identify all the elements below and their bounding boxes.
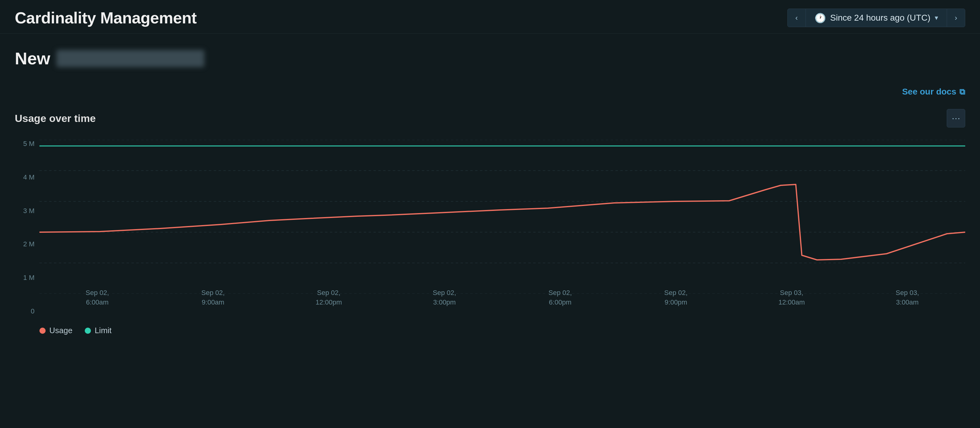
legend-usage-label: Usage <box>49 326 72 335</box>
legend-usage-dot <box>40 328 46 334</box>
clock-icon: 🕐 <box>815 13 826 24</box>
blurred-text <box>56 50 204 67</box>
y-label-4m: 4 M <box>15 173 40 181</box>
docs-link-row: See our docs ⧉ <box>15 87 965 97</box>
x-label-6: Sep 03, 12:00am <box>734 288 850 307</box>
header-controls: ‹ 🕐 Since 24 hours ago (UTC) ▾ › <box>788 9 965 27</box>
x-label-1: Sep 02, 9:00am <box>155 288 271 307</box>
legend-usage: Usage <box>40 326 72 335</box>
chart-legend: Usage Limit <box>15 326 965 335</box>
y-label-3m: 3 M <box>15 207 40 215</box>
docs-link-label: See our docs <box>902 87 956 97</box>
chart-section: Usage over time ⋯ 5 M 4 M 3 M 2 M 1 M 0 <box>15 109 965 335</box>
main-content: New See our docs ⧉ Usage over time ⋯ 5 M… <box>0 33 980 348</box>
see-docs-link[interactable]: See our docs ⧉ <box>902 87 965 97</box>
chart-plot-area <box>40 140 965 294</box>
x-label-7: Sep 03, 3:00am <box>850 288 966 307</box>
legend-limit: Limit <box>85 326 111 335</box>
new-label: New <box>15 48 50 68</box>
nav-next-button[interactable]: › <box>947 9 965 27</box>
new-badge-row: New <box>15 48 965 68</box>
chart-menu-button[interactable]: ⋯ <box>947 109 965 127</box>
y-label-0: 0 <box>15 307 40 315</box>
chart-container: 5 M 4 M 3 M 2 M 1 M 0 <box>15 140 965 319</box>
time-label: Since 24 hours ago (UTC) <box>830 13 931 23</box>
chevron-down-icon: ▾ <box>935 14 938 22</box>
nav-prev-button[interactable]: ‹ <box>788 9 806 27</box>
time-selector[interactable]: 🕐 Since 24 hours ago (UTC) ▾ <box>806 9 947 27</box>
page-title: Cardinality Management <box>15 9 197 27</box>
legend-limit-dot <box>85 328 91 334</box>
chart-x-axis: Sep 02, 6:00am Sep 02, 9:00am Sep 02, 12… <box>40 285 965 303</box>
chart-title: Usage over time <box>15 113 96 124</box>
chart-y-axis: 5 M 4 M 3 M 2 M 1 M 0 <box>15 140 40 319</box>
x-label-0: Sep 02, 6:00am <box>40 288 155 307</box>
chart-svg <box>40 140 965 294</box>
y-label-2m: 2 M <box>15 240 40 248</box>
x-label-2: Sep 02, 12:00pm <box>271 288 387 307</box>
x-label-5: Sep 02, 9:00pm <box>618 288 734 307</box>
page-header: Cardinality Management ‹ 🕐 Since 24 hour… <box>0 0 980 33</box>
x-label-4: Sep 02, 6:00pm <box>502 288 618 307</box>
y-label-1m: 1 M <box>15 274 40 282</box>
x-label-3: Sep 02, 3:00pm <box>387 288 503 307</box>
legend-limit-label: Limit <box>95 326 111 335</box>
y-label-5m: 5 M <box>15 140 40 148</box>
external-link-icon: ⧉ <box>959 87 965 97</box>
chart-header: Usage over time ⋯ <box>15 109 965 127</box>
